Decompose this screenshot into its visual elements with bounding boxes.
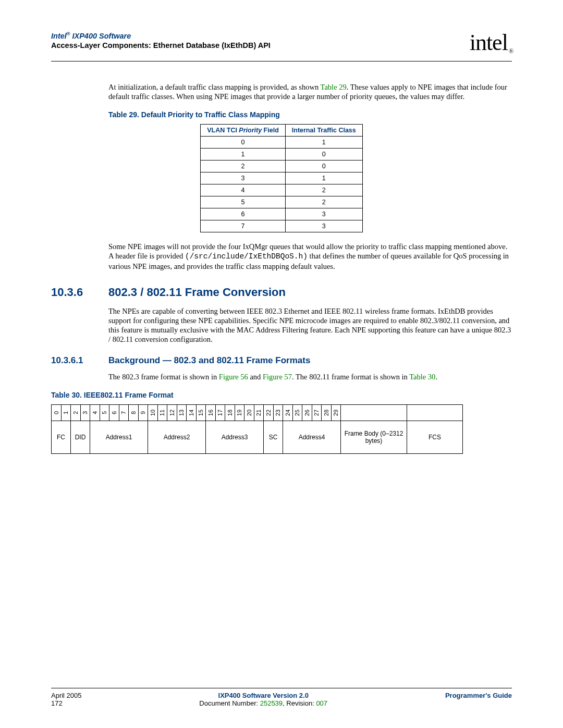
table-row: 31 (201, 172, 363, 184)
page-footer: April 2005 172 IXP400 Software Version 2… (51, 688, 512, 707)
table30: 0 1 2 3 4 5 6 7 8 9 10 11 12 13 14 15 16… (51, 404, 463, 454)
header-title: Intel® IXP400 Software (51, 31, 271, 40)
field-address2: Address2 (148, 421, 206, 454)
table30-caption: Table 30. IEEE802.11 Frame Format (51, 391, 512, 399)
table29: VLAN TCI Priority Field Internal Traffic… (200, 124, 363, 232)
intel-logo: intel® (470, 29, 512, 56)
field-address3: Address3 (206, 421, 264, 454)
table-row: 01 (201, 137, 363, 149)
field-address1: Address1 (90, 421, 148, 454)
link-figure56[interactable]: Figure 56 (219, 373, 248, 381)
field-frame-body: Frame Body (0–2312 bytes) (341, 421, 407, 454)
header-rule (51, 61, 512, 61)
header-subtitle: Access-Layer Components: Ethernet Databa… (51, 41, 271, 50)
paragraph-header-file: Some NPE images will not provide the fou… (108, 242, 512, 270)
table-row: 52 (201, 196, 363, 208)
table30-bit-row: 0 1 2 3 4 5 6 7 8 9 10 11 12 13 14 15 16… (52, 405, 463, 421)
subsection-heading: 10.3.6.1Background — 802.3 and 802.11 Fr… (51, 355, 512, 366)
section-heading: 10.3.6802.3 / 802.11 Frame Conversion (51, 286, 512, 299)
table29-header-class: Internal Traffic Class (285, 125, 362, 137)
paragraph-frame-conversion: The NPEs are capable of converting betwe… (108, 306, 512, 344)
table-row: 10 (201, 149, 363, 161)
table29-caption: Table 29. Default Priority to Traffic Cl… (108, 110, 512, 119)
field-fc: FC (52, 421, 71, 454)
footer-center: IXP400 Software Version 2.0 Document Num… (82, 692, 445, 707)
field-address4: Address4 (283, 421, 341, 454)
footer-right: Programmer's Guide (445, 692, 512, 707)
table29-header-priority: VLAN TCI Priority Field (201, 125, 286, 137)
table-row: 20 (201, 161, 363, 172)
table-row: 63 (201, 208, 363, 220)
table-row: 73 (201, 220, 363, 232)
link-figure57[interactable]: Figure 57 (263, 373, 292, 381)
paragraph-frame-formats: The 802.3 frame format is shown in Figur… (108, 372, 512, 381)
footer-left: April 2005 172 (51, 692, 82, 707)
paragraph-intro: At initialization, a default traffic cla… (108, 82, 512, 101)
table-row: 42 (201, 184, 363, 196)
link-table30[interactable]: Table 30 (409, 373, 435, 381)
table30-field-row: FC DID Address1 Address2 Address3 SC Add… (52, 421, 463, 454)
field-fcs: FCS (407, 421, 463, 454)
page-header: Intel® IXP400 Software Access-Layer Comp… (51, 31, 512, 58)
field-sc: SC (264, 421, 283, 454)
field-did: DID (71, 421, 90, 454)
link-table29[interactable]: Table 29 (321, 83, 347, 91)
